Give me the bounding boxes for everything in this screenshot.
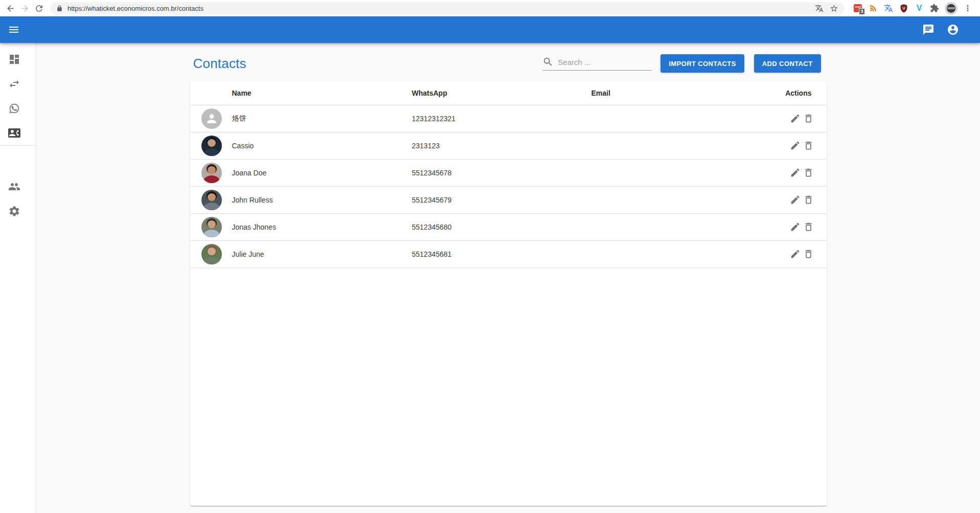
avatar [201, 163, 222, 183]
avatar [201, 136, 222, 156]
sidebar-item-dashboard[interactable] [0, 47, 36, 72]
account-button[interactable] [946, 23, 960, 36]
contact-name: John Rulless [226, 186, 406, 213]
sidebar-item-users[interactable] [0, 174, 36, 199]
avatar-torso [203, 230, 220, 237]
delete-contact-button[interactable] [802, 112, 815, 125]
edit-contact-button[interactable] [789, 166, 802, 180]
person-placeholder-icon [205, 112, 218, 125]
contact-email [585, 213, 754, 240]
sidebar-item-settings[interactable] [0, 199, 36, 224]
edit-pencil-icon [790, 221, 801, 232]
delete-contact-button[interactable] [802, 166, 815, 180]
avatar-torso [203, 203, 220, 210]
forward-arrow-icon [20, 4, 30, 13]
url-text[interactable]: https://whaticket.economicros.com.br/con… [67, 5, 810, 12]
delete-contact-button[interactable] [802, 220, 815, 234]
search-icon [542, 56, 554, 68]
edit-contact-button[interactable] [789, 220, 802, 234]
avatar-cell [190, 105, 226, 132]
edit-contact-button[interactable] [789, 139, 802, 152]
edit-pencil-icon [790, 194, 801, 205]
address-bar[interactable]: https://whaticket.economicros.com.br/con… [50, 2, 845, 15]
avatar-cell [190, 132, 226, 159]
browser-profile-avatar[interactable] [945, 2, 958, 15]
account-circle-icon [947, 24, 959, 36]
avatar-torso [203, 257, 220, 264]
swap-arrows-icon [8, 78, 20, 90]
edit-contact-button[interactable] [789, 193, 802, 207]
contact-whatsapp: 2313123 [406, 132, 585, 159]
avatar-cell [190, 213, 226, 240]
delete-contact-button[interactable] [802, 248, 815, 261]
search-field[interactable] [542, 56, 652, 71]
sidebar-divider [0, 145, 36, 146]
avatar-torso [203, 175, 220, 183]
delete-trash-icon [803, 249, 814, 259]
delete-trash-icon [803, 221, 814, 232]
avatar-face [208, 139, 216, 147]
browser-window: https://whaticket.economicros.com.br/con… [0, 0, 980, 513]
avatar-face [208, 193, 216, 201]
sidebar-item-tickets[interactable] [0, 96, 36, 121]
contact-whatsapp: 5512345679 [406, 186, 585, 213]
contact-name: Jonas Jhones [226, 213, 406, 240]
browser-menu-button[interactable] [963, 3, 973, 13]
delete-trash-icon [803, 140, 814, 151]
red-extension-icon[interactable]: 3 [853, 3, 863, 13]
settings-gear-icon [8, 205, 20, 217]
edit-pencil-icon [790, 113, 801, 124]
contacts-card: Name WhatsApp Email Actions 烙饼1231231232… [190, 81, 827, 506]
extensions-puzzle-icon[interactable] [929, 3, 940, 13]
translate-page-icon[interactable] [815, 4, 824, 13]
table-row: Jonas Jhones5512345680 [190, 213, 827, 240]
edit-contact-button[interactable] [789, 112, 802, 125]
avatar-face [208, 166, 216, 174]
search-input[interactable] [558, 58, 652, 66]
forward-button[interactable] [17, 1, 32, 15]
back-button[interactable] [3, 1, 17, 15]
actions-cell [754, 240, 827, 267]
edit-pencil-icon [790, 140, 801, 151]
actions-cell [754, 105, 827, 132]
actions-cell [754, 186, 827, 213]
contact-whatsapp: 5512345681 [406, 240, 585, 267]
sidebar-item-contacts[interactable] [0, 121, 36, 145]
hamburger-menu-button[interactable] [7, 23, 20, 36]
avatar [201, 217, 222, 237]
delete-contact-button[interactable] [802, 193, 815, 207]
contact-name: 烙饼 [226, 105, 406, 132]
sidebar [0, 43, 36, 513]
vimeo-icon[interactable]: V [914, 3, 924, 13]
rss-feed-icon[interactable] [868, 3, 878, 13]
browser-toolbar: https://whaticket.economicros.com.br/con… [0, 0, 980, 16]
delete-contact-button[interactable] [802, 139, 815, 152]
back-arrow-icon [6, 4, 15, 13]
translate-extension-icon[interactable] [883, 3, 894, 13]
import-contacts-button[interactable]: IMPORT CONTACTS [660, 54, 744, 73]
contacts-icon [8, 127, 20, 139]
extension-badge: 3 [859, 8, 865, 15]
contacts-table: Name WhatsApp Email Actions 烙饼1231231232… [190, 81, 827, 268]
reload-button[interactable] [32, 1, 46, 15]
avatar-torso [203, 148, 220, 156]
avatar [201, 244, 222, 264]
sidebar-item-connections[interactable] [0, 72, 36, 96]
app-bar [0, 16, 980, 43]
contact-whatsapp: 12312312321 [406, 105, 585, 132]
lock-icon [56, 5, 63, 12]
edit-contact-button[interactable] [789, 248, 802, 261]
contact-name: Cassio [226, 132, 406, 159]
actions-cell [754, 213, 827, 240]
add-contact-button[interactable]: ADD CONTACT [754, 54, 821, 73]
avatar-cell [190, 186, 226, 213]
contacts-tbody: 烙饼12312312321Cassio2313123Joana Doe55123… [190, 105, 827, 267]
table-row: Cassio2313123 [190, 132, 827, 159]
avatar-face [208, 220, 216, 228]
delete-trash-icon [803, 167, 814, 178]
contact-whatsapp: 5512345678 [406, 159, 585, 186]
chat-button[interactable] [922, 23, 935, 36]
avatar-cell [190, 240, 226, 267]
bookmark-star-icon[interactable] [830, 4, 838, 13]
ublock-shield-icon[interactable] [899, 3, 909, 13]
